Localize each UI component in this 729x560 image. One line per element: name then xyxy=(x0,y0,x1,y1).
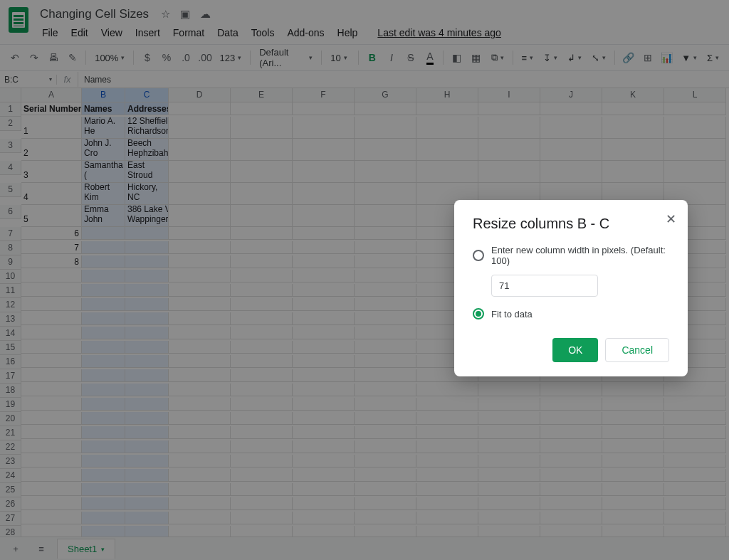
cell[interactable] xyxy=(416,384,478,396)
cell[interactable] xyxy=(664,455,726,467)
cell[interactable] xyxy=(82,312,125,325)
cell[interactable] xyxy=(293,398,355,411)
cell[interactable] xyxy=(355,426,416,439)
menu-format[interactable]: Format xyxy=(168,24,209,41)
cell[interactable] xyxy=(231,298,293,311)
cell[interactable]: 5 xyxy=(21,205,82,227)
cell[interactable] xyxy=(125,398,169,411)
cell[interactable] xyxy=(293,412,355,425)
cell[interactable] xyxy=(478,455,540,467)
cell[interactable] xyxy=(125,312,169,325)
cell[interactable] xyxy=(231,327,293,339)
cell[interactable] xyxy=(21,440,82,453)
cell[interactable] xyxy=(355,255,416,268)
cell[interactable] xyxy=(231,440,293,453)
cell[interactable] xyxy=(602,102,664,115)
row-header-17[interactable]: 17 xyxy=(0,369,21,384)
name-box[interactable]: B:C xyxy=(0,75,57,85)
cell[interactable] xyxy=(169,139,231,161)
cell[interactable] xyxy=(169,241,231,254)
cell[interactable] xyxy=(231,284,293,297)
cell[interactable] xyxy=(478,426,540,439)
valign-icon[interactable]: ↧ xyxy=(539,48,562,67)
cell[interactable] xyxy=(293,205,355,227)
cell[interactable] xyxy=(355,440,416,453)
cell[interactable]: Emma John xyxy=(82,205,125,227)
cell[interactable] xyxy=(125,469,169,482)
cell[interactable] xyxy=(602,139,664,161)
row-header-25[interactable]: 25 xyxy=(0,483,21,497)
cell[interactable] xyxy=(21,312,82,325)
cell[interactable] xyxy=(125,426,169,439)
cell[interactable] xyxy=(231,270,293,282)
cell[interactable] xyxy=(169,497,231,510)
menu-tools[interactable]: Tools xyxy=(246,24,280,41)
cell[interactable] xyxy=(293,117,355,139)
cell[interactable] xyxy=(21,512,82,524)
cell[interactable] xyxy=(169,312,231,325)
cell[interactable]: 8 xyxy=(21,255,82,268)
cell[interactable] xyxy=(293,341,355,354)
cell[interactable] xyxy=(540,483,602,496)
cell[interactable]: Addresses xyxy=(125,102,169,115)
cell[interactable] xyxy=(293,227,355,240)
cell[interactable] xyxy=(231,384,293,396)
cell[interactable] xyxy=(231,398,293,411)
cell[interactable] xyxy=(169,255,231,268)
cell[interactable] xyxy=(169,327,231,339)
cell[interactable] xyxy=(169,183,231,205)
cell[interactable] xyxy=(169,102,231,115)
increase-decimal-icon[interactable]: .00 xyxy=(196,48,214,67)
cell[interactable] xyxy=(293,139,355,161)
cell[interactable] xyxy=(231,426,293,439)
cell[interactable] xyxy=(82,369,125,382)
cell[interactable] xyxy=(602,483,664,496)
row-header-10[interactable]: 10 xyxy=(0,270,21,284)
cell[interactable] xyxy=(125,284,169,297)
cell[interactable] xyxy=(416,512,478,524)
menu-view[interactable]: View xyxy=(96,24,127,41)
cell[interactable]: Mario A. He xyxy=(82,117,125,139)
cell[interactable] xyxy=(355,355,416,368)
cell[interactable] xyxy=(540,161,602,183)
star-icon[interactable]: ☆ xyxy=(159,8,172,21)
cell[interactable] xyxy=(293,497,355,510)
cell[interactable] xyxy=(355,512,416,524)
cell[interactable] xyxy=(82,426,125,439)
cell[interactable] xyxy=(231,412,293,425)
borders-icon[interactable]: ▦ xyxy=(467,48,485,67)
font-combo[interactable]: Default (Ari... xyxy=(255,48,317,67)
text-color-icon[interactable]: A xyxy=(421,48,439,67)
close-icon[interactable]: ✕ xyxy=(666,211,676,227)
cell[interactable] xyxy=(169,455,231,467)
cell[interactable] xyxy=(169,205,231,227)
cell[interactable] xyxy=(540,412,602,425)
cell[interactable] xyxy=(82,255,125,268)
cell[interactable] xyxy=(355,312,416,325)
cell[interactable] xyxy=(355,161,416,183)
chart-icon[interactable]: 📊 xyxy=(658,48,676,67)
font-size-combo[interactable]: 10 xyxy=(326,48,354,67)
strikethrough-icon[interactable]: S xyxy=(402,48,419,67)
cell[interactable] xyxy=(355,483,416,496)
cell[interactable] xyxy=(478,483,540,496)
cell[interactable] xyxy=(231,205,293,227)
sheets-logo[interactable] xyxy=(9,7,28,33)
col-header-J[interactable]: J xyxy=(540,88,602,102)
cell[interactable] xyxy=(602,117,664,139)
cell[interactable]: 6 xyxy=(21,227,82,240)
cell[interactable] xyxy=(355,384,416,396)
functions-icon[interactable]: Σ xyxy=(703,48,723,67)
cell[interactable] xyxy=(293,270,355,282)
align-icon[interactable]: ≡ xyxy=(517,48,537,67)
cell[interactable] xyxy=(231,355,293,368)
row-header-2[interactable]: 2 xyxy=(0,117,21,131)
row-header-19[interactable]: 19 xyxy=(0,398,21,412)
cell[interactable] xyxy=(664,426,726,439)
formula-input[interactable]: Names xyxy=(78,75,729,85)
cell[interactable] xyxy=(125,369,169,382)
cell[interactable] xyxy=(355,412,416,425)
col-header-I[interactable]: I xyxy=(478,88,540,102)
cell[interactable] xyxy=(478,384,540,396)
cell[interactable] xyxy=(82,497,125,510)
